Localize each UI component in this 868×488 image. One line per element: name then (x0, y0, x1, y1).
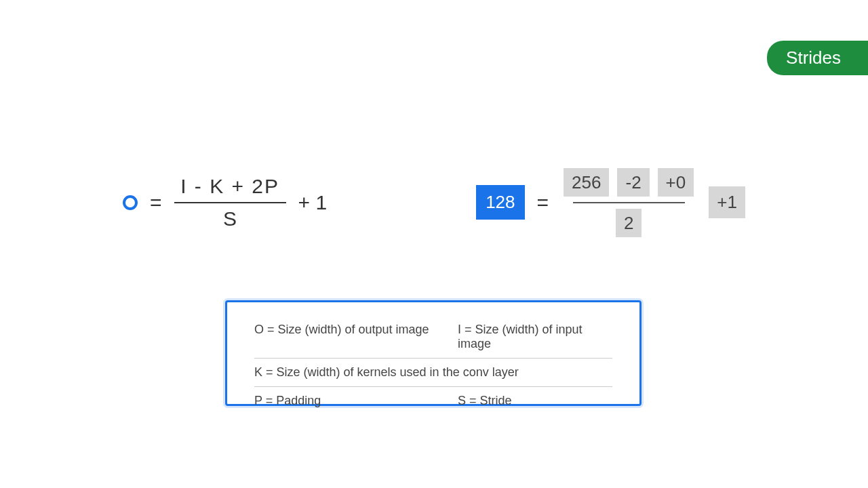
legend-I: I = Size (width) of input image (458, 323, 612, 351)
legend-box: O = Size (width) of output image I = Siz… (225, 300, 642, 406)
equations-area: = I - K + 2P S + 1 128 = 256 -2 +0 2 +1 (0, 163, 868, 243)
formula-numeric: 128 = 256 -2 +0 2 +1 (476, 163, 745, 243)
numeric-fraction: 256 -2 +0 2 (561, 163, 696, 243)
formula-denominator: S (220, 203, 239, 235)
legend-row-1: O = Size (width) of output image I = Siz… (254, 316, 612, 359)
value-plus-2P: +0 (658, 168, 694, 197)
legend-P: P = Padding (254, 394, 458, 408)
output-circle-icon (123, 195, 138, 210)
formula-plus-one: + 1 (298, 191, 328, 214)
equals-sign-2: = (537, 191, 549, 214)
value-minus-K: -2 (617, 168, 649, 197)
value-I: 256 (564, 168, 609, 197)
value-S: 2 (616, 209, 642, 237)
formula-numerator: I - K + 2P (178, 171, 282, 202)
formula-symbolic: = I - K + 2P S + 1 (123, 163, 327, 243)
strides-pill: Strides (767, 41, 868, 75)
numeric-numerator: 256 -2 +0 (561, 163, 696, 202)
formula-fraction: I - K + 2P S (174, 171, 286, 235)
numeric-denominator: 2 (613, 203, 644, 243)
legend-row-2: K = Size (width) of kernels used in the … (254, 359, 612, 387)
legend-K: K = Size (width) of kernels used in the … (254, 365, 612, 380)
legend-row-3: P = Padding S = Stride (254, 387, 612, 415)
result-box: 128 (476, 185, 524, 220)
legend-S: S = Stride (458, 394, 612, 408)
legend-O: O = Size (width) of output image (254, 323, 458, 351)
numeric-plus-one: +1 (709, 186, 745, 218)
equals-sign: = (150, 191, 162, 214)
